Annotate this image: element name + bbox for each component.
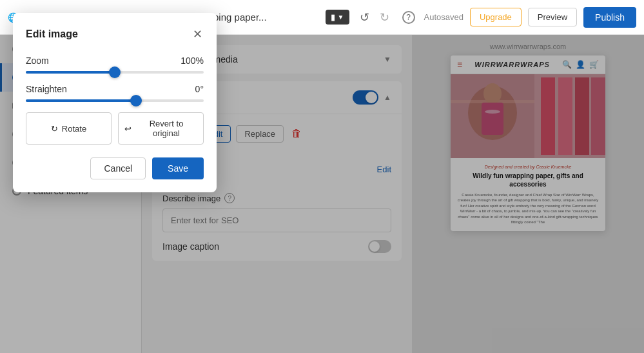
zoom-slider-row: Zoom 100%: [26, 55, 204, 74]
modal-close-button[interactable]: ✕: [191, 26, 204, 43]
help-button[interactable]: ?: [400, 8, 418, 26]
revert-label: Revert to original: [135, 119, 197, 138]
zoom-label: Zoom: [26, 55, 49, 66]
revert-button[interactable]: ↩ Revert to original: [118, 112, 204, 145]
device-icon: ▮: [331, 12, 335, 22]
straighten-slider-fill: [26, 99, 136, 102]
straighten-slider-thumb[interactable]: [130, 95, 142, 106]
straighten-value: 0°: [195, 84, 204, 94]
zoom-slider-track[interactable]: [26, 71, 204, 74]
autosaved-label: Autosaved: [424, 12, 463, 22]
straighten-label: Straighten: [26, 84, 67, 94]
revert-icon: ↩: [124, 124, 132, 134]
zoom-value: 100%: [181, 55, 204, 66]
topbar-right: ▮ ▼ ↺ ↻ ? Autosaved Upgrade Preview Publ…: [326, 7, 636, 28]
edit-image-modal: Edit image ✕ Zoom 100% Straighten 0° ↻ R…: [13, 13, 217, 192]
publish-button[interactable]: Publish: [583, 7, 636, 28]
help-icon: ?: [402, 11, 415, 24]
upgrade-button[interactable]: Upgrade: [470, 8, 522, 26]
modal-action-buttons: ↻ Rotate ↩ Revert to original: [26, 112, 204, 145]
preview-button[interactable]: Preview: [528, 8, 577, 26]
zoom-slider-thumb[interactable]: [109, 66, 121, 78]
modal-header: Edit image ✕: [26, 26, 204, 43]
modal-footer: Cancel Save: [26, 157, 204, 179]
straighten-slider-row: Straighten 0°: [26, 84, 204, 102]
rotate-icon: ↻: [51, 124, 58, 134]
redo-button[interactable]: ↻: [376, 8, 393, 27]
straighten-slider-track[interactable]: [26, 99, 204, 102]
modal-title: Edit image: [26, 28, 78, 40]
zoom-label-row: Zoom 100%: [26, 55, 204, 66]
undo-button[interactable]: ↺: [356, 8, 373, 27]
rotate-label: Rotate: [62, 124, 86, 134]
undo-redo-controls: ↺ ↻: [356, 8, 393, 27]
save-button[interactable]: Save: [152, 157, 204, 179]
rotate-button[interactable]: ↻ Rotate: [26, 112, 112, 145]
cancel-button[interactable]: Cancel: [90, 157, 146, 179]
zoom-slider-fill: [26, 71, 115, 74]
device-selector[interactable]: ▮ ▼: [326, 10, 349, 25]
straighten-label-row: Straighten 0°: [26, 84, 204, 94]
chevron-down-icon: ▼: [338, 14, 344, 21]
